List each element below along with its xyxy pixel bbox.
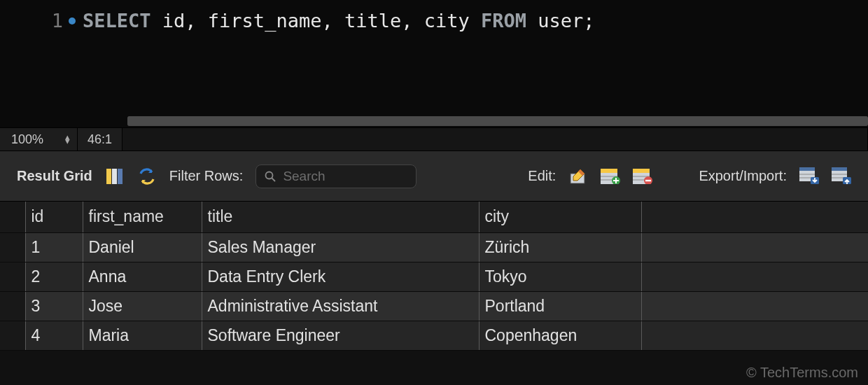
table-row[interactable]: 1DanielSales ManagerZürich — [0, 232, 868, 262]
table-row[interactable]: 4MariaSoftware EngineerCopenhagen — [0, 321, 868, 350]
filter-search-input[interactable]: Search — [255, 164, 416, 188]
cell-city[interactable]: Zürich — [479, 232, 641, 262]
column-header-first-name[interactable]: first_name — [83, 202, 202, 232]
svg-rect-22 — [832, 167, 847, 171]
column-header-title[interactable]: title — [202, 202, 479, 232]
refresh-icon[interactable] — [137, 167, 157, 186]
export-import-label: Export/Import: — [699, 168, 787, 184]
cell-title[interactable]: Administrative Assistant — [202, 291, 479, 321]
cursor-position: 46:1 — [78, 132, 122, 147]
cell-id[interactable]: 1 — [25, 232, 83, 262]
sql-editor[interactable]: 1 SELECT id, first_name, title, city FRO… — [0, 0, 868, 127]
cell-id[interactable]: 3 — [25, 291, 83, 321]
cell-city[interactable]: Tokyo — [479, 262, 641, 291]
sql-code[interactable]: SELECT id, first_name, title, city FROM … — [83, 10, 595, 31]
scrollbar-thumb[interactable] — [127, 116, 868, 126]
watermark: © TechTerms.com — [746, 365, 858, 381]
svg-point-3 — [266, 172, 273, 178]
results-toolbar: Result Grid Filter Rows: Search Edit: — [0, 151, 868, 202]
status-bar: 100% ▴▾ 46:1 — [0, 127, 868, 151]
row-number-cell — [0, 262, 25, 291]
cell-title[interactable]: Software Engineer — [202, 321, 479, 350]
row-number-cell — [0, 291, 25, 321]
column-header-extra — [641, 202, 868, 232]
table-row[interactable]: 2AnnaData Entry ClerkTokyo — [0, 262, 868, 291]
result-grid[interactable]: id first_name title city 1DanielSales Ma… — [0, 202, 868, 385]
row-number-cell — [0, 321, 25, 350]
cell-first-name[interactable]: Maria — [83, 321, 202, 350]
svg-rect-2 — [118, 169, 122, 184]
status-bar-rest — [122, 128, 868, 150]
cell-first-name[interactable]: Anna — [83, 262, 202, 291]
editor-line: 1 SELECT id, first_name, title, city FRO… — [0, 10, 868, 31]
import-icon[interactable] — [832, 167, 851, 186]
table-row[interactable]: 3JoseAdministrative AssistantPortland — [0, 291, 868, 321]
cell-first-name[interactable]: Daniel — [83, 232, 202, 262]
cell-extra[interactable] — [641, 262, 868, 291]
svg-rect-12 — [633, 169, 650, 173]
svg-line-4 — [272, 178, 276, 181]
cell-id[interactable]: 4 — [25, 321, 83, 350]
filter-rows-label: Filter Rows: — [169, 168, 244, 184]
insert-row-icon[interactable] — [601, 167, 620, 186]
search-placeholder: Search — [283, 169, 325, 184]
cell-extra[interactable] — [641, 321, 868, 350]
export-icon[interactable] — [799, 167, 819, 186]
cell-extra[interactable] — [641, 232, 868, 262]
table-header-row: id first_name title city — [0, 202, 868, 232]
cell-title[interactable]: Sales Manager — [202, 232, 479, 262]
editor-horizontal-scrollbar[interactable] — [127, 116, 868, 126]
cell-title[interactable]: Data Entry Clerk — [202, 262, 479, 291]
breakpoint-dot-icon[interactable] — [69, 18, 76, 24]
result-grid-label: Result Grid — [17, 168, 92, 184]
svg-rect-17 — [799, 167, 815, 171]
editor-gutter: 1 — [0, 10, 83, 31]
edit-row-icon[interactable] — [568, 167, 588, 186]
row-number-header — [0, 202, 25, 232]
cell-extra[interactable] — [641, 291, 868, 321]
cell-city[interactable]: Copenhagen — [479, 321, 641, 350]
column-header-city[interactable]: city — [479, 202, 641, 232]
svg-rect-7 — [601, 169, 617, 173]
cell-city[interactable]: Portland — [479, 291, 641, 321]
cell-first-name[interactable]: Jose — [83, 291, 202, 321]
search-icon — [265, 171, 276, 182]
zoom-control[interactable]: 100% ▴▾ — [0, 132, 77, 147]
svg-rect-0 — [106, 169, 111, 184]
svg-rect-1 — [112, 169, 117, 184]
delete-row-icon[interactable] — [633, 167, 652, 186]
row-number-cell — [0, 232, 25, 262]
zoom-stepper-icon[interactable]: ▴▾ — [65, 135, 70, 144]
zoom-value: 100% — [11, 132, 43, 147]
edit-label: Edit: — [528, 168, 556, 184]
column-header-id[interactable]: id — [25, 202, 83, 232]
cell-id[interactable]: 2 — [25, 262, 83, 291]
line-number: 1 — [52, 10, 63, 31]
grid-view-icon[interactable] — [105, 167, 125, 186]
